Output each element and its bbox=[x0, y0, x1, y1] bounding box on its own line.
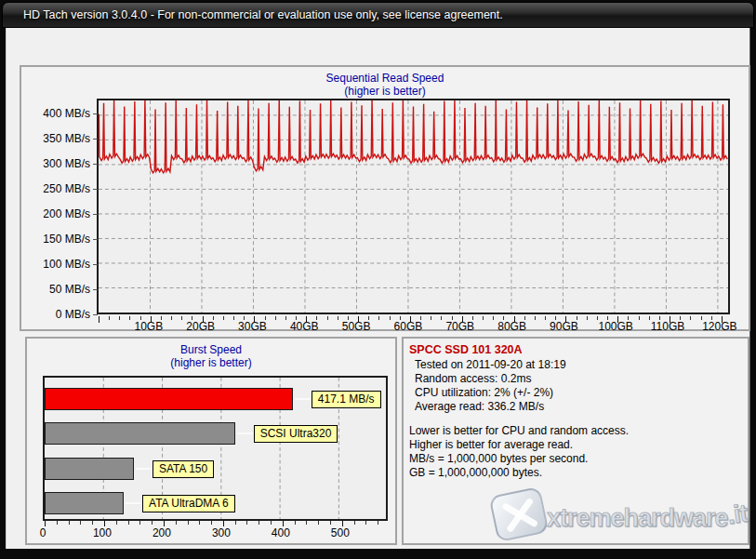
y-tick-mark bbox=[93, 239, 98, 240]
window-bottom-frame bbox=[0, 549, 756, 559]
x-tick-label: 0 bbox=[24, 526, 61, 539]
burst-plot-area: 417.1 MB/sSCSI Ultra320SATA 150ATA Ultra… bbox=[43, 376, 388, 521]
sequential-chart-title: Sequential Read Speed bbox=[21, 72, 749, 85]
sequential-read-panel: Sequential Read Speed (higher is better)… bbox=[20, 65, 750, 331]
x-tick-label: 300 bbox=[203, 526, 240, 539]
bar-label-connector bbox=[295, 398, 311, 400]
y-tick-label: 200 MB/s bbox=[21, 207, 90, 220]
x-tick-label: 500 bbox=[322, 526, 359, 539]
y-tick-mark bbox=[93, 289, 98, 290]
y-tick-label: 250 MB/s bbox=[21, 182, 90, 195]
y-tick-label: 150 MB/s bbox=[21, 233, 90, 246]
client-area: Sequential Read Speed (higher is better)… bbox=[6, 28, 750, 549]
burst-chart-subtitle: (higher is better) bbox=[27, 356, 395, 369]
y-tick-label: 0 MB/s bbox=[21, 308, 90, 321]
bar-reference bbox=[45, 422, 235, 445]
bar-label-connector bbox=[126, 502, 141, 504]
average-read-line: Average read: 336.2 MB/s bbox=[409, 400, 742, 414]
sequential-chart-subtitle: (higher is better) bbox=[21, 85, 749, 98]
y-tick-mark bbox=[93, 113, 98, 114]
bar-label: ATA UltraDMA 6 bbox=[142, 495, 235, 512]
y-tick-mark bbox=[93, 164, 98, 165]
y-tick-mark bbox=[93, 189, 98, 190]
y-tick-label: 100 MB/s bbox=[21, 258, 90, 271]
title-bar[interactable]: HD Tach version 3.0.4.0 - For non-commer… bbox=[2, 2, 754, 28]
y-tick-mark bbox=[93, 139, 98, 140]
note-line: GB = 1,000,000,000 bytes. bbox=[409, 466, 742, 480]
note-line: Lower is better for CPU and random acces… bbox=[409, 424, 742, 438]
y-tick-label: 50 MB/s bbox=[21, 283, 90, 296]
burst-chart-title: Burst Speed bbox=[27, 343, 395, 356]
y-tick-label: 300 MB/s bbox=[21, 157, 90, 170]
bar-tested-drive bbox=[45, 388, 293, 410]
bar-label: SATA 150 bbox=[153, 460, 214, 478]
y-tick-mark bbox=[93, 264, 98, 265]
x-tick-label: 400 bbox=[262, 526, 299, 539]
tested-on-line: Tested on 2011-09-20 at 18:19 bbox=[409, 358, 742, 372]
drive-info-panel: SPCC SSD 101 320A Tested on 2011-09-20 a… bbox=[402, 337, 749, 545]
bar-label-connector bbox=[136, 468, 152, 470]
bar-label-connector bbox=[237, 433, 253, 434]
sequential-plot-svg bbox=[99, 100, 728, 313]
note-line: MB/s = 1,000,000 bytes per second. bbox=[409, 452, 742, 466]
drive-name: SPCC SSD 101 320A bbox=[409, 343, 742, 357]
x-tick-label: 200 bbox=[143, 526, 180, 539]
y-tick-label: 400 MB/s bbox=[21, 107, 90, 120]
burst-axis-major-ticks bbox=[45, 521, 388, 526]
y-tick-label: 350 MB/s bbox=[21, 132, 90, 145]
bar-label: SCSI Ultra320 bbox=[254, 425, 338, 443]
burst-speed-panel: Burst Speed (higher is better) 417.1 MB/… bbox=[25, 337, 397, 545]
sequential-axis-major-ticks bbox=[99, 316, 730, 323]
bar-reference bbox=[45, 492, 124, 514]
note-line: Higher is better for average read. bbox=[409, 438, 742, 452]
bar-label: 417.1 MB/s bbox=[312, 391, 381, 408]
y-tick-mark bbox=[93, 214, 98, 215]
cpu-utilization-line: CPU utilization: 2% (+/- 2%) bbox=[409, 386, 742, 400]
window-title: HD Tach version 3.0.4.0 - For non-commer… bbox=[23, 3, 503, 28]
bar-reference bbox=[45, 458, 134, 480]
random-access-line: Random access: 0.2ms bbox=[409, 372, 742, 386]
y-tick-mark bbox=[93, 314, 98, 315]
sequential-plot-area bbox=[97, 99, 730, 314]
x-tick-label: 100 bbox=[84, 526, 121, 539]
